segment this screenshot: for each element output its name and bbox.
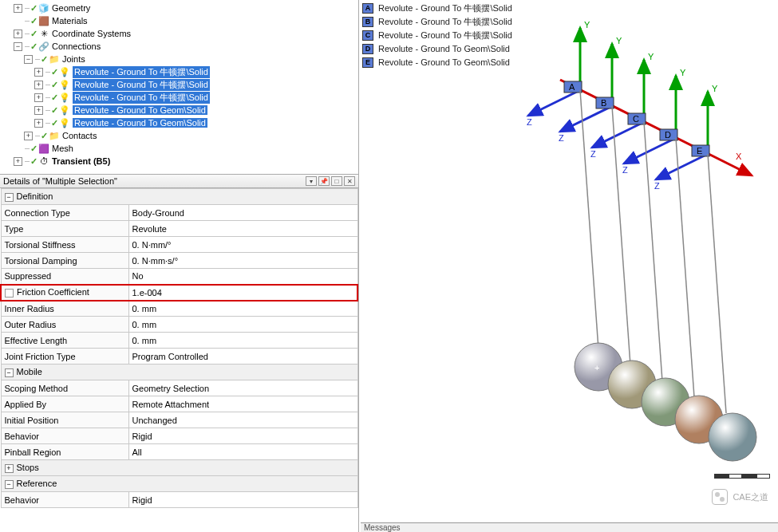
prop-value[interactable]: Body-Ground (128, 205, 357, 221)
check-icon: ✓ (30, 156, 38, 167)
row-applied-by: Applied ByRemote Attachment (1, 396, 357, 412)
materials-icon: 🟫 (38, 15, 49, 26)
prop-value[interactable]: Remote Attachment (128, 396, 357, 412)
tree-label: Revolute - Ground To Geom\Solid (73, 105, 207, 115)
prop-value[interactable]: Unchanged (128, 412, 357, 428)
collapse-icon[interactable]: + (5, 464, 14, 473)
dropdown-button[interactable]: ▾ (306, 176, 317, 186)
expander-icon[interactable]: + (14, 157, 22, 166)
check-icon: ✓ (30, 144, 38, 154)
row-type: TypeRevolute (1, 221, 357, 237)
tree-label: Revolute - Ground To Geom\Solid (73, 118, 207, 128)
svg-text:Z: Z (590, 149, 596, 159)
section-stops[interactable]: +Stops (1, 460, 357, 476)
prop-value[interactable]: Geometry Selection (128, 380, 357, 396)
tree-label: Revolute - Ground To 牛顿摆\Solid (73, 79, 210, 91)
tree-item-contacts[interactable]: +┄✓📁Contacts (3, 129, 355, 142)
svg-text:Z: Z (559, 133, 564, 143)
pendulum-string (676, 138, 694, 397)
details-title: Details of "Multiple Selection" (3, 176, 117, 186)
collapse-icon[interactable]: − (5, 368, 14, 377)
tree-item-mesh[interactable]: ┄✓🟪Mesh (3, 142, 355, 155)
prop-value[interactable]: No (128, 269, 357, 285)
svg-text:Y: Y (680, 68, 686, 77)
tree-item-coord[interactable]: +┄✓✳Coordinate Systems (3, 27, 355, 40)
joint-icon: 💡 (59, 104, 70, 116)
prop-value[interactable]: 0. N·mm·s/° (128, 253, 357, 269)
prop-value[interactable]: Program Controlled (128, 349, 357, 365)
expander-icon[interactable]: + (34, 81, 43, 89)
joints-icon: 📁 (49, 53, 60, 65)
prop-value[interactable]: All (128, 444, 357, 460)
watermark-text: CAE之道 (733, 491, 768, 503)
tree-item-connections[interactable]: −┄✓🔗Connections (3, 40, 355, 53)
tree-label: Mesh (52, 144, 73, 153)
row-suppressed: SuppressedNo (1, 269, 357, 285)
svg-text:Y: Y (648, 52, 654, 61)
section-definition[interactable]: −Definition (1, 189, 357, 205)
checkbox-icon[interactable] (5, 289, 14, 298)
expander-icon[interactable]: + (14, 30, 22, 38)
prop-value[interactable]: 0. mm (128, 301, 357, 317)
prop-value[interactable]: Revolute (128, 221, 357, 237)
expander-icon[interactable]: + (34, 106, 43, 115)
prop-value[interactable]: Rigid (128, 428, 357, 444)
scale-ruler (714, 474, 770, 479)
prop-value[interactable]: 1.e-004 (128, 285, 357, 301)
tree-item-transient[interactable]: +┄✓⏱Transient (B5) (3, 155, 355, 167)
collapse-icon[interactable]: − (5, 193, 14, 202)
row-friction-coefficient: Friction Coefficient1.e-004 (1, 285, 357, 301)
prop-label: Inner Radius (1, 301, 128, 317)
tree-item-joint[interactable]: +┄✓💡Revolute - Ground To 牛顿摆\Solid (3, 91, 355, 104)
outline-tree[interactable]: +┄✓🧊Geometry ┄✓🟫Materials +┄✓✳Coordinate… (0, 0, 358, 174)
check-icon: ✓ (41, 131, 48, 141)
expander-icon[interactable]: + (34, 93, 43, 102)
tree-item-joint[interactable]: +┄✓💡Revolute - Ground To Geom\Solid (3, 104, 355, 116)
prop-value[interactable]: Rigid (128, 492, 357, 508)
tree-label: Geometry (52, 3, 90, 13)
details-grid[interactable]: −Definition Connection TypeBody-Ground T… (0, 188, 358, 508)
expander-icon[interactable]: + (34, 119, 43, 128)
tree-item-joint[interactable]: +┄✓💡Revolute - Ground To Geom\Solid (3, 116, 355, 129)
prop-label: Pinball Region (1, 444, 128, 460)
row-joint-friction-type: Joint Friction TypeProgram Controlled (1, 349, 357, 365)
watermark: CAE之道 (712, 489, 768, 505)
prop-value[interactable]: 0. N·mm/° (128, 237, 357, 253)
svg-text:A: A (569, 82, 575, 92)
tree-item-joint[interactable]: +┄✓💡Revolute - Ground To 牛顿摆\Solid (3, 78, 355, 91)
svg-text:Z: Z (654, 181, 660, 191)
check-icon: ✓ (51, 80, 58, 90)
expander-icon[interactable]: + (34, 68, 43, 77)
collapse-icon[interactable]: − (5, 480, 14, 489)
prop-value[interactable]: 0. mm (128, 317, 357, 333)
expander-icon[interactable]: − (24, 55, 33, 64)
prop-value[interactable]: 0. mm (128, 333, 357, 349)
svg-text:E: E (697, 146, 702, 156)
tree-item-joints[interactable]: −┄✓📁Joints (3, 53, 355, 65)
expander-icon[interactable]: + (24, 132, 33, 140)
tree-item-joint[interactable]: +┄✓💡Revolute - Ground To 牛顿摆\Solid (3, 65, 355, 78)
tree-item-geometry[interactable]: +┄✓🧊Geometry (3, 2, 355, 14)
prop-label: Outer Radius (1, 317, 128, 333)
tree-item-materials[interactable]: ┄✓🟫Materials (3, 14, 355, 27)
section-reference[interactable]: −Reference (1, 476, 357, 492)
section-mobile[interactable]: −Mobile (1, 365, 357, 380)
maximize-button[interactable]: □ (331, 176, 342, 186)
prop-label: Torsional Damping (1, 253, 128, 269)
close-button[interactable]: ✕ (344, 176, 355, 186)
pin-button[interactable]: 📌 (318, 176, 330, 186)
expander-icon[interactable]: + (14, 4, 22, 13)
graphics-viewport[interactable]: ARevolute - Ground To 牛顿摆\Solid BRevolut… (361, 0, 778, 522)
svg-line-7 (560, 106, 612, 132)
svg-text:Z: Z (622, 165, 628, 175)
messages-bar[interactable]: Messages (361, 522, 778, 532)
model-canvas[interactable]: A YZ B YZ C YZ D YZ E YZ (361, 0, 778, 522)
prop-label: Behavior (1, 492, 128, 508)
svg-line-1 (528, 90, 580, 116)
mesh-icon: 🟪 (38, 143, 49, 154)
tree-label: Connections (52, 41, 101, 51)
expander-icon[interactable]: − (14, 42, 22, 51)
svg-line-19 (624, 138, 676, 164)
connections-icon: 🔗 (38, 41, 49, 52)
row-connection-type: Connection TypeBody-Ground (1, 205, 357, 221)
